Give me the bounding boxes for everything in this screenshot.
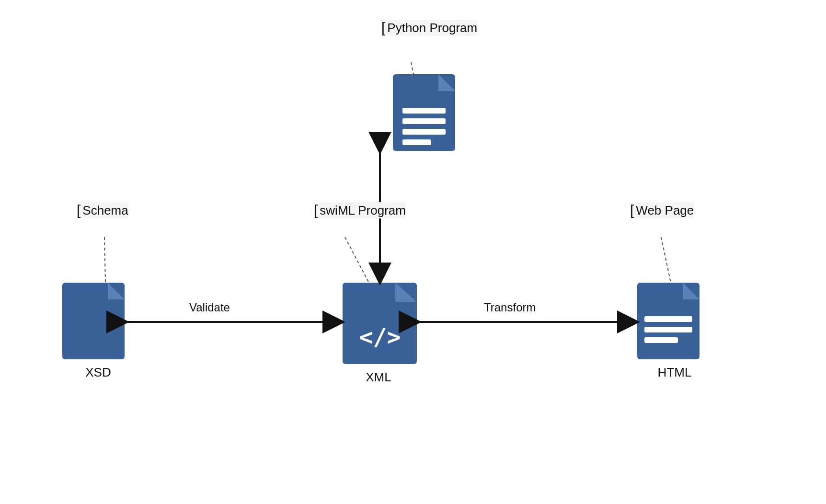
python-program-callout: [ Python Program	[381, 20, 477, 36]
transform-arrow-label: Transform	[484, 301, 536, 314]
bracket-icon-swiml: [	[314, 202, 318, 218]
svg-rect-13	[644, 316, 692, 322]
xml-node-label: XML	[340, 370, 417, 385]
svg-rect-3	[402, 118, 446, 124]
svg-line-21	[345, 237, 369, 283]
validate-arrow-label: Validate	[189, 301, 230, 314]
svg-line-20	[104, 237, 105, 283]
html-node-label: HTML	[636, 365, 713, 380]
svg-rect-15	[644, 337, 678, 343]
schema-callout: [ Schema	[77, 202, 128, 218]
bracket-icon: [	[381, 20, 385, 36]
python-program-label: Python Program	[387, 21, 477, 35]
web-page-label: Web Page	[636, 203, 694, 218]
svg-line-22	[661, 237, 671, 283]
svg-rect-5	[402, 139, 431, 145]
svg-rect-14	[644, 327, 692, 332]
svg-rect-2	[402, 108, 446, 114]
diagram-container: </> [ Python Program	[0, 0, 826, 504]
svg-rect-4	[402, 129, 446, 135]
web-page-callout: [ Web Page	[630, 202, 694, 218]
swiml-program-callout: [ swiML Program	[314, 202, 406, 218]
swiml-program-label: swiML Program	[320, 203, 406, 218]
svg-text:</>: </>	[359, 323, 401, 350]
xsd-node-label: XSD	[60, 365, 137, 380]
bracket-icon-schema: [	[77, 202, 80, 218]
bracket-icon-webpage: [	[630, 202, 634, 218]
schema-label: Schema	[82, 203, 128, 218]
diagram-svg: </>	[0, 0, 826, 504]
